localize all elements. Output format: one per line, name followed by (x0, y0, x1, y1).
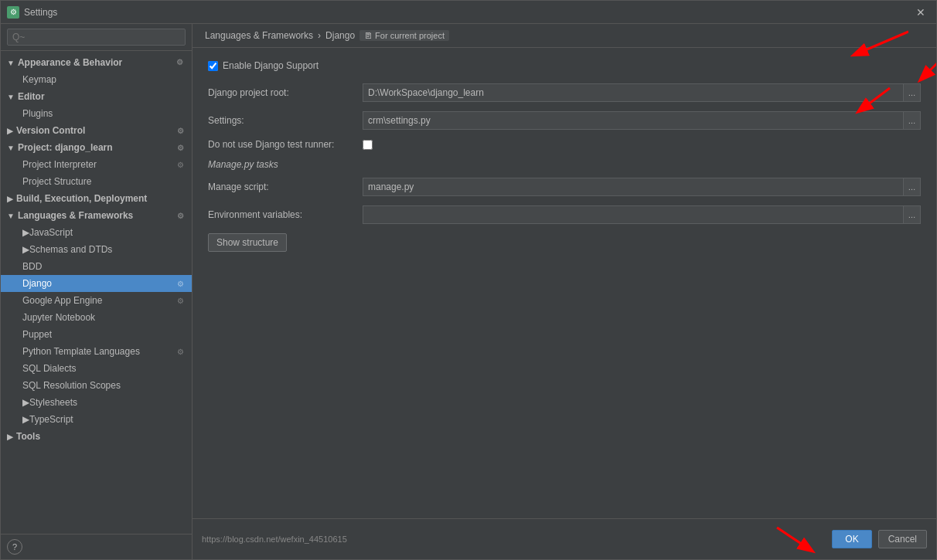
enable-django-label: Enable Django Support (223, 60, 319, 71)
settings-input[interactable] (363, 111, 904, 130)
help-button[interactable]: ? (7, 539, 22, 555)
sidebar-item-python-template[interactable]: Python Template Languages ⚙ (1, 343, 192, 360)
manage-script-input-wrap: … (363, 178, 921, 196)
gae-icon: ⚙ (175, 295, 186, 306)
manage-script-label: Manage script: (208, 182, 363, 192)
show-structure-wrap: Show structure (208, 233, 921, 252)
enable-django-checkbox[interactable] (208, 61, 218, 71)
sidebar-item-bdd[interactable]: BDD (1, 258, 192, 275)
sidebar-item-stylesheets[interactable]: ▶ Stylesheets (1, 394, 192, 411)
sidebar: ▼ Appearance & Behavior ⚙ Keymap ▼ Edito… (1, 24, 193, 559)
sidebar-item-languages[interactable]: ▼ Languages & Frameworks ⚙ (1, 207, 192, 224)
svg-line-1 (921, 49, 936, 80)
red-arrow-3 (836, 84, 898, 115)
no-test-runner-wrap (363, 140, 377, 150)
sidebar-item-sql-resolution[interactable]: SQL Resolution Scopes (1, 377, 192, 394)
sidebar-item-tools[interactable]: ▶ Tools (1, 428, 192, 445)
settings-icon: ⚙ (176, 58, 186, 67)
breadcrumb-tag: 🖹 For current project (359, 30, 449, 41)
manage-script-browse-button[interactable]: … (904, 178, 921, 196)
cancel-button[interactable]: Cancel (878, 530, 927, 548)
red-arrow-4 (773, 524, 819, 555)
env-vars-row: Environment variables: … (208, 205, 921, 224)
manage-py-section-label: Manage.py tasks (208, 159, 278, 170)
sidebar-item-schemas[interactable]: ▶ Schemas and DTDs (1, 241, 192, 258)
sidebar-item-project[interactable]: ▼ Project: django_learn ⚙ (1, 139, 192, 156)
app-icon: ⚙ (7, 6, 19, 19)
sidebar-item-django[interactable]: Django ⚙ (1, 275, 192, 292)
url-hint: https://blog.csdn.net/wefxin_44510615 (202, 535, 767, 544)
window-title: Settings (24, 7, 911, 18)
enable-checkbox-wrap: Enable Django Support (208, 60, 319, 71)
project-icon: ⚙ (175, 142, 186, 153)
sidebar-item-sql-dialects[interactable]: SQL Dialects (1, 360, 192, 377)
sidebar-item-build[interactable]: ▶ Build, Execution, Deployment (1, 190, 192, 207)
breadcrumb-part1: Languages & Frameworks (205, 30, 313, 41)
no-test-runner-row: Do not use Django test runner: (208, 139, 921, 150)
python-icon: ⚙ (175, 346, 186, 357)
sidebar-item-google-app-engine[interactable]: Google App Engine ⚙ (1, 292, 192, 309)
form-area: Enable Django Support Django project roo… (193, 48, 936, 518)
settings-browse-button[interactable]: … (904, 111, 921, 130)
django-root-label: Django project root: (208, 87, 363, 98)
main-panel: Languages & Frameworks › Django 🖹 For cu… (193, 24, 936, 559)
bottom-bar: https://blog.csdn.net/wefxin_44510615 OK… (193, 518, 936, 559)
settings-window: ⚙ Settings ✕ ▼ Appearance & Behavior ⚙ K… (0, 0, 937, 560)
sidebar-item-puppet[interactable]: Puppet (1, 326, 192, 343)
sidebar-item-project-interpreter[interactable]: Project Interpreter ⚙ (1, 156, 192, 173)
vcs-icon: ⚙ (175, 125, 186, 136)
sidebar-item-typescript[interactable]: ▶ TypeScript (1, 411, 192, 428)
sidebar-bottom: ? (1, 534, 192, 559)
django-icon: ⚙ (175, 278, 186, 289)
settings-label: Settings: (208, 115, 363, 126)
sidebar-item-editor[interactable]: ▼ Editor (1, 88, 192, 105)
enable-django-row: Enable Django Support (208, 60, 921, 71)
red-arrow-2 (905, 48, 936, 83)
manage-py-section: Manage.py tasks (208, 159, 921, 170)
sidebar-item-keymap[interactable]: Keymap (1, 71, 192, 88)
no-test-runner-label: Do not use Django test runner: (208, 139, 363, 150)
svg-line-2 (859, 88, 890, 111)
django-root-row: Django project root: … (208, 83, 921, 102)
breadcrumb-separator: › (318, 30, 321, 41)
sidebar-item-javascript[interactable]: ▶ JavaScript (1, 224, 192, 241)
lang-icon: ⚙ (175, 210, 186, 221)
env-vars-browse-button[interactable]: … (904, 205, 921, 224)
search-box (1, 24, 192, 51)
ok-button[interactable]: OK (832, 530, 871, 548)
env-vars-label: Environment variables: (208, 209, 363, 220)
titlebar: ⚙ Settings ✕ (1, 1, 936, 24)
red-arrow-1 (847, 28, 908, 59)
no-test-runner-checkbox[interactable] (363, 140, 373, 150)
close-button[interactable]: ✕ (911, 5, 930, 20)
sidebar-item-plugins[interactable]: Plugins (1, 105, 192, 122)
interpreter-icon: ⚙ (175, 159, 186, 170)
env-vars-input[interactable] (363, 205, 904, 224)
settings-row: Settings: … (208, 111, 921, 130)
nav-tree: ▼ Appearance & Behavior ⚙ Keymap ▼ Edito… (1, 51, 192, 534)
env-vars-input-wrap: … (363, 205, 921, 224)
manage-script-row: Manage script: … (208, 178, 921, 196)
sidebar-item-version-control[interactable]: ▶ Version Control ⚙ (1, 122, 192, 139)
manage-script-input[interactable] (363, 178, 904, 196)
search-input[interactable] (7, 29, 186, 46)
sidebar-item-jupyter[interactable]: Jupyter Notebook (1, 309, 192, 326)
breadcrumb: Languages & Frameworks › Django 🖹 For cu… (193, 24, 936, 48)
svg-line-0 (854, 32, 908, 55)
tag-icon: 🖹 (364, 31, 373, 40)
sidebar-item-appearance[interactable]: ▼ Appearance & Behavior ⚙ (1, 54, 192, 71)
tag-label: For current project (375, 31, 445, 40)
breadcrumb-part2: Django (325, 30, 355, 41)
svg-line-3 (777, 528, 812, 551)
show-structure-button[interactable]: Show structure (208, 233, 287, 252)
django-root-input[interactable] (363, 83, 904, 102)
sidebar-item-project-structure[interactable]: Project Structure (1, 173, 192, 190)
django-root-browse-button[interactable]: … (904, 83, 921, 102)
